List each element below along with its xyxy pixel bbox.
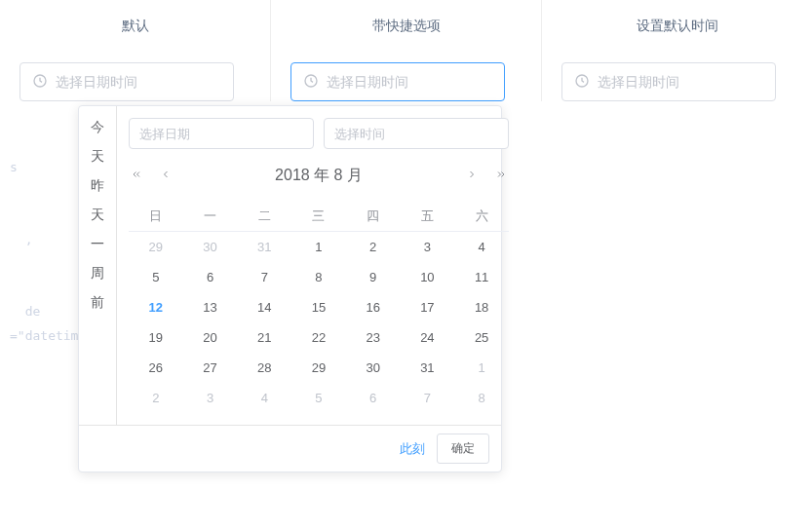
column-shortcuts: 带快捷选项 [270, 0, 541, 101]
datetime-field[interactable] [327, 74, 492, 90]
calendar-day[interactable]: 8 [291, 262, 346, 292]
weekday-header: 六 [454, 202, 509, 232]
calendar-day[interactable]: 5 [291, 383, 346, 413]
picker-footer: 此刻 确定 [79, 425, 501, 471]
calendar-day[interactable]: 1 [454, 353, 509, 383]
calendar-day[interactable]: 7 [237, 262, 291, 292]
weekday-header: 日 [129, 202, 183, 232]
calendar-day[interactable]: 14 [237, 292, 291, 322]
calendar-day[interactable]: 5 [129, 262, 183, 292]
calendar-day[interactable]: 27 [183, 353, 238, 383]
calendar-day[interactable]: 30 [183, 232, 238, 263]
calendar-day[interactable]: 10 [401, 262, 455, 292]
calendar-day[interactable]: 31 [237, 232, 291, 263]
calendar-day[interactable]: 17 [401, 292, 455, 322]
prev-month-button[interactable] [158, 167, 174, 185]
picker-time-input[interactable] [324, 118, 509, 149]
picker-main: 2018 年 8 月 日一二三四五六 293031123456789101112… [117, 106, 521, 425]
column-default: 默认 [0, 0, 270, 101]
calendar-day[interactable]: 24 [401, 322, 455, 353]
picker-date-input[interactable] [129, 118, 314, 149]
datetime-picker-popup: 今天 昨天 一周前 2018 年 8 月 日一二三四五六 [78, 105, 502, 472]
calendar-day[interactable]: 15 [291, 292, 346, 322]
weekday-header: 二 [237, 202, 291, 232]
month-year-label: 2018 年 8 月 [275, 166, 363, 186]
calendar-day[interactable]: 7 [401, 383, 455, 413]
calendar-day[interactable]: 29 [291, 353, 346, 383]
calendar-day[interactable]: 1 [291, 232, 346, 263]
weekday-header: 一 [183, 202, 238, 232]
calendar-day[interactable]: 18 [454, 292, 509, 322]
prev-year-button[interactable] [129, 167, 144, 185]
datetime-input-default-time[interactable] [561, 62, 776, 101]
calendar-day[interactable]: 2 [346, 232, 401, 263]
shortcut-today[interactable]: 今天 [79, 112, 116, 170]
datetime-field[interactable] [56, 74, 221, 90]
example-columns: 默认 带快捷选项 设置默认时间 [0, 0, 812, 101]
datetime-input-shortcuts[interactable] [290, 62, 505, 101]
now-button[interactable]: 此刻 [400, 440, 425, 458]
calendar-table: 日一二三四五六 29303112345678910111213141516171… [129, 202, 509, 413]
next-year-button[interactable] [493, 167, 509, 185]
calendar-day[interactable]: 3 [183, 383, 238, 413]
shortcut-week-ago[interactable]: 一周前 [79, 229, 116, 317]
calendar-day[interactable]: 11 [454, 262, 509, 292]
calendar-day[interactable]: 26 [129, 353, 183, 383]
calendar-day[interactable]: 12 [129, 292, 183, 322]
calendar-day[interactable]: 2 [129, 383, 183, 413]
calendar-day[interactable]: 22 [291, 322, 346, 353]
calendar-day[interactable]: 19 [129, 322, 183, 353]
weekday-header: 三 [291, 202, 346, 232]
column-title: 默认 [19, 18, 251, 35]
calendar-day[interactable]: 28 [237, 353, 291, 383]
datetime-field[interactable] [598, 74, 763, 90]
calendar-day[interactable]: 6 [183, 262, 238, 292]
calendar-day[interactable]: 20 [183, 322, 238, 353]
confirm-button[interactable]: 确定 [437, 434, 489, 464]
calendar-day[interactable]: 16 [346, 292, 401, 322]
weekday-header: 四 [346, 202, 401, 232]
datetime-input-default[interactable] [19, 62, 234, 101]
calendar-day[interactable]: 21 [237, 322, 291, 353]
calendar-day[interactable]: 13 [183, 292, 238, 322]
calendar-day[interactable]: 30 [346, 353, 401, 383]
weekday-header: 五 [401, 202, 455, 232]
calendar-day[interactable]: 31 [401, 353, 455, 383]
column-title: 设置默认时间 [561, 18, 793, 35]
shortcut-yesterday[interactable]: 昨天 [79, 170, 116, 229]
column-default-time: 设置默认时间 [541, 0, 812, 101]
column-title: 带快捷选项 [290, 18, 522, 35]
calendar-day[interactable]: 3 [401, 232, 455, 263]
next-month-button[interactable] [464, 167, 480, 185]
clock-icon [574, 73, 590, 92]
calendar-day[interactable]: 29 [129, 232, 183, 263]
shortcut-sidebar: 今天 昨天 一周前 [79, 106, 117, 425]
calendar-day[interactable]: 4 [237, 383, 291, 413]
calendar-day[interactable]: 6 [346, 383, 401, 413]
calendar-day[interactable]: 9 [346, 262, 401, 292]
calendar-day[interactable]: 8 [454, 383, 509, 413]
calendar-day[interactable]: 23 [346, 322, 401, 353]
calendar-day[interactable]: 25 [454, 322, 509, 353]
clock-icon [32, 73, 48, 92]
clock-icon [303, 73, 319, 92]
calendar-day[interactable]: 4 [454, 232, 509, 263]
